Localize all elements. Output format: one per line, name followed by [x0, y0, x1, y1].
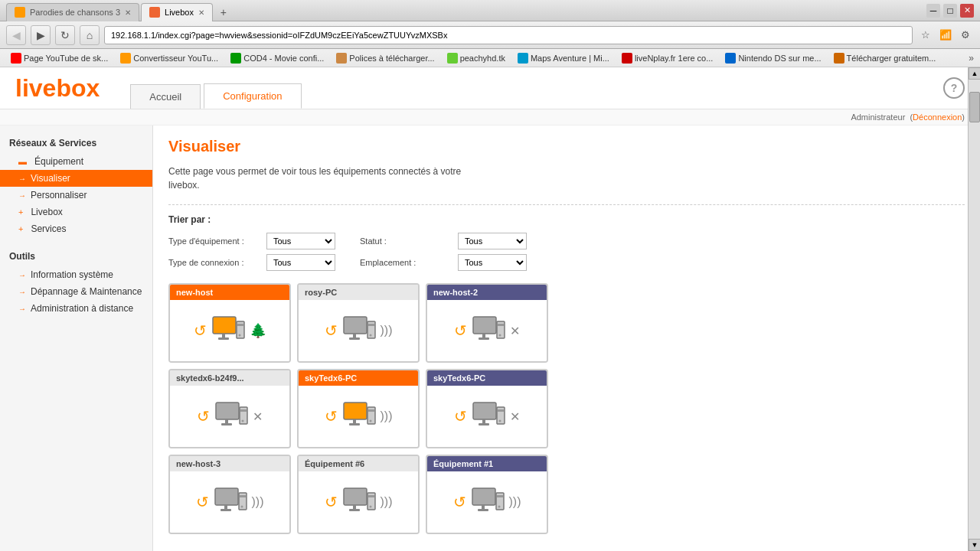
sidebar-item-admin[interactable]: → Administration à distance	[0, 300, 152, 317]
bookmark-youtube[interactable]: Page YouTube de sk...	[6, 52, 113, 64]
filter-row-emplacement: Emplacement : Tous	[360, 254, 536, 271]
address-bar[interactable]	[104, 26, 913, 44]
tab-close-parodies[interactable]: ✕	[125, 8, 131, 17]
sidebar-item-services[interactable]: + Services	[0, 220, 152, 237]
device-card[interactable]: rosy-PC↺ )))	[297, 283, 420, 363]
select-type-connexion[interactable]: Tous	[266, 254, 335, 271]
devices-grid: new-host↺ 🌲rosy-PC↺ )))new-host-2↺ ✕skyt…	[168, 283, 965, 534]
computer-icon	[214, 401, 248, 432]
tab-label-livebox: Livebox	[165, 8, 194, 17]
refresh-button[interactable]: ↻	[55, 25, 75, 45]
arrows-icon: ↺	[325, 323, 338, 338]
sidebar-item-equipement[interactable]: ▬ Équipement	[0, 153, 152, 170]
svg-rect-36	[215, 488, 238, 505]
rss-icon[interactable]: 📶	[937, 27, 954, 44]
arrows-icon: ↺	[196, 494, 209, 510]
bookmarks-more[interactable]: »	[969, 53, 974, 64]
device-card-body: ↺ )))	[170, 471, 289, 533]
filter-row-type-equipement: Type d'équipement : Tous	[168, 233, 345, 249]
label-statut: Statut :	[360, 236, 452, 246]
help-button[interactable]: ?	[943, 77, 965, 99]
svg-rect-38	[220, 509, 231, 511]
back-button[interactable]: ◀	[6, 25, 26, 45]
new-tab-button[interactable]: +	[214, 3, 233, 21]
device-card-header: new-host-3	[170, 456, 289, 471]
svg-rect-1	[222, 334, 225, 337]
tools-icon[interactable]: ⚙	[957, 27, 974, 44]
section-divider	[168, 204, 965, 205]
svg-rect-44	[349, 509, 360, 511]
svg-rect-20	[221, 423, 232, 425]
browser-scrollbar[interactable]: ▲ ▼	[968, 126, 980, 551]
tab-parodies[interactable]: Parodies de chansons 3 ✕	[6, 3, 139, 21]
arrow-icon-depannage: →	[18, 288, 26, 296]
bookmark-nintendo[interactable]: Nintendo DS sur me...	[720, 52, 825, 64]
logout-link[interactable]: Déconnexion	[913, 112, 962, 122]
computer-icon	[211, 315, 245, 346]
bookmark-cod4[interactable]: COD4 - Movie confi...	[226, 52, 328, 64]
device-card-header: Équipement #1	[427, 456, 547, 471]
svg-rect-13	[482, 334, 485, 337]
computer-icon	[342, 487, 376, 517]
device-card[interactable]: Équipement #6↺ )))	[297, 455, 420, 534]
device-card-body: ↺ )))	[299, 386, 418, 447]
select-statut[interactable]: Tous	[458, 233, 527, 249]
filter-row-type-connexion: Type de connexion : Tous	[168, 254, 345, 271]
device-card[interactable]: skyTedx6-PC↺ )))	[297, 369, 420, 448]
tab-close-livebox[interactable]: ✕	[198, 8, 204, 17]
device-card[interactable]: new-host↺ 🌲	[168, 283, 291, 363]
bookmark-polices[interactable]: Polices à télécharger...	[332, 52, 439, 64]
close-button[interactable]: ✕	[960, 4, 974, 18]
bookmark-favicon-nintendo	[725, 53, 736, 64]
maximize-button[interactable]: □	[943, 4, 957, 18]
label-emplacement: Emplacement :	[360, 258, 452, 267]
svg-rect-2	[218, 337, 229, 340]
svg-rect-42	[344, 488, 367, 505]
home-button[interactable]: ⌂	[80, 25, 100, 45]
bookmark-favicon-livenplay	[622, 53, 632, 64]
star-icon[interactable]: ☆	[917, 27, 934, 44]
device-card[interactable]: skytedx6-b24f9...↺ ✕	[168, 369, 291, 448]
tab-configuration[interactable]: Configuration	[204, 83, 301, 109]
arrow-icon-visualiser: →	[18, 174, 26, 183]
forward-button[interactable]: ▶	[31, 25, 51, 45]
bookmark-convertisseur[interactable]: Convertisseur YouTu...	[116, 52, 223, 64]
device-card[interactable]: skyTedx6-PC↺ ✕	[426, 369, 548, 448]
bookmark-peachy[interactable]: peachyhd.tk	[443, 52, 510, 64]
bookmark-favicon-peachy	[447, 53, 458, 64]
bookmark-telecharger[interactable]: Télécharger gratuitem...	[829, 52, 941, 64]
arrows-icon: ↺	[454, 409, 467, 424]
bookmark-label-polices: Polices à télécharger...	[349, 54, 434, 63]
computer-icon	[342, 401, 376, 432]
wifi-icon: )))	[381, 324, 393, 337]
outils-section: Outils → Information système → Dépannage…	[0, 246, 152, 317]
svg-rect-32	[479, 423, 489, 425]
bookmark-favicon-youtube	[11, 53, 21, 64]
sidebar-section-reseaux: Réseaux & Services	[0, 133, 152, 153]
select-type-equipement[interactable]: Tous	[266, 233, 335, 249]
scrollbar-down[interactable]: ▼	[969, 539, 980, 551]
sidebar-item-personnaliser[interactable]: → Personnaliser	[0, 187, 152, 204]
sidebar-item-infosys[interactable]: → Information système	[0, 266, 152, 283]
bookmark-maps[interactable]: Maps Aventure | Mi...	[513, 52, 614, 64]
bookmark-livenplay[interactable]: liveNplay.fr 1ere co...	[617, 52, 718, 64]
bookmark-favicon-cod4	[230, 53, 241, 64]
device-card[interactable]: new-host-2↺ ✕	[426, 283, 548, 363]
sidebar-personnaliser-label: Personnaliser	[31, 190, 87, 201]
sidebar-item-depannage[interactable]: → Dépannage & Maintenance	[0, 283, 152, 300]
wifi-icon: )))	[381, 409, 393, 423]
device-card[interactable]: Équipement #1↺ )))	[426, 455, 548, 534]
minimize-button[interactable]: ─	[926, 4, 940, 18]
sidebar-item-livebox[interactable]: + Livebox	[0, 204, 152, 220]
select-emplacement[interactable]: Tous	[458, 254, 527, 271]
device-card[interactable]: new-host-3↺ )))	[168, 455, 291, 534]
tab-livebox[interactable]: Livebox ✕	[141, 3, 213, 21]
arrows-icon: ↺	[197, 409, 210, 424]
bookmark-label-convertisseur: Convertisseur YouTu...	[133, 54, 218, 63]
svg-point-11	[369, 334, 371, 337]
tab-accueil[interactable]: Accueil	[130, 84, 201, 109]
sidebar-item-visualiser[interactable]: → Visualiser	[0, 170, 152, 187]
expand-icon: ▬	[18, 157, 27, 166]
computer-icon	[471, 487, 505, 517]
browser-titlebar: Parodies de chansons 3 ✕ Livebox ✕ + ─ □…	[0, 0, 980, 21]
